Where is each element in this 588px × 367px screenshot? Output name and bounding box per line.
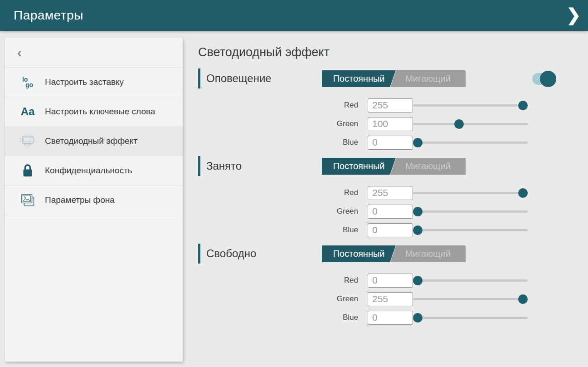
blue-label: Blue	[198, 225, 358, 235]
mode-blinking-button[interactable]: Мигающий	[390, 158, 466, 175]
green-label: Green	[198, 119, 358, 128]
sidebar: ‹ lo go Настроить заставку Aa Настроить …	[5, 38, 183, 362]
mode-solid-button[interactable]: Постоянный	[322, 245, 396, 262]
rgb-row-red: Red	[198, 98, 561, 113]
led-screen-icon	[17, 134, 38, 148]
blue-slider[interactable]	[413, 313, 528, 323]
green-slider[interactable]	[413, 119, 528, 129]
chevron-right-icon[interactable]: ❯	[566, 4, 581, 26]
lock-icon	[17, 163, 38, 178]
section-label: Занято	[206, 160, 242, 172]
rgb-row-green: Green	[198, 292, 561, 306]
blue-value-input[interactable]	[368, 223, 413, 237]
section-busy: Занято Постоянный Мигающий Red Green Blu…	[198, 156, 561, 237]
blue-slider[interactable]	[413, 225, 528, 235]
green-slider[interactable]	[413, 206, 528, 216]
rgb-row-green: Green	[198, 117, 561, 131]
section-label: Свободно	[206, 247, 256, 260]
blue-value-input[interactable]	[368, 136, 413, 150]
mode-solid-button[interactable]: Постоянный	[322, 70, 396, 87]
red-slider[interactable]	[413, 188, 528, 198]
section-notification: Оповещение Постоянный Мигающий Red Green…	[198, 68, 561, 150]
mode-solid-button[interactable]: Постоянный	[322, 158, 396, 175]
section-label: Оповещение	[206, 72, 272, 85]
sidebar-item-label: Настроить ключевые слова	[45, 106, 155, 117]
green-label: Green	[198, 207, 358, 216]
green-slider[interactable]	[413, 294, 528, 304]
background-images-icon	[17, 193, 38, 208]
blue-label: Blue	[198, 138, 358, 147]
sidebar-item-label: Параметры фона	[45, 194, 115, 206]
red-label: Red	[198, 101, 358, 110]
chevron-left-icon: ‹	[17, 45, 22, 60]
mode-toggle: Постоянный Мигающий	[322, 70, 466, 87]
app-header: Параметры ❯	[0, 0, 588, 31]
green-value-input[interactable]	[368, 117, 413, 131]
blue-value-input[interactable]	[368, 311, 413, 325]
section-accent-bar	[198, 69, 200, 88]
logo-icon: lo go	[17, 77, 38, 88]
main-content: Светодиодный эффект Оповещение Постоянны…	[198, 44, 561, 331]
red-label: Red	[198, 188, 358, 197]
rgb-row-green: Green	[198, 204, 561, 219]
red-label: Red	[198, 276, 358, 285]
red-slider[interactable]	[413, 275, 528, 285]
mode-blinking-button[interactable]: Мигающий	[390, 245, 466, 262]
sidebar-item-label: Светодиодный эффект	[45, 135, 137, 147]
rgb-row-blue: Blue	[198, 223, 561, 237]
section-accent-bar	[198, 244, 200, 264]
sidebar-item-label: Настроить заставку	[45, 76, 124, 88]
content-title: Светодиодный эффект	[198, 44, 561, 60]
green-label: Green	[198, 294, 358, 303]
blue-label: Blue	[198, 313, 358, 322]
mode-toggle: Постоянный Мигающий	[322, 158, 466, 175]
sidebar-item-label: Конфиденциальность	[45, 165, 132, 176]
green-value-input[interactable]	[368, 292, 413, 306]
switch-knob	[540, 71, 556, 87]
red-value-input[interactable]	[368, 98, 413, 113]
rgb-row-red: Red	[198, 273, 561, 288]
rgb-row-blue: Blue	[198, 310, 561, 325]
green-value-input[interactable]	[368, 205, 413, 219]
notification-toggle-switch[interactable]	[532, 73, 552, 85]
rgb-row-red: Red	[198, 186, 561, 200]
section-accent-bar	[198, 156, 200, 176]
page-title: Параметры	[14, 8, 83, 23]
red-value-input[interactable]	[368, 274, 413, 288]
sidebar-item-keywords[interactable]: Aa Настроить ключевые слова	[5, 97, 183, 127]
blue-slider[interactable]	[413, 137, 528, 147]
sidebar-item-background[interactable]: Параметры фона	[5, 186, 183, 215]
keywords-icon: Aa	[17, 105, 38, 118]
red-slider[interactable]	[413, 100, 528, 110]
sidebar-item-screensaver[interactable]: lo go Настроить заставку	[5, 68, 183, 97]
sidebar-back-button[interactable]: ‹	[5, 38, 183, 68]
red-value-input[interactable]	[368, 186, 413, 200]
sidebar-item-privacy[interactable]: Конфиденциальность	[5, 156, 183, 186]
mode-toggle: Постоянный Мигающий	[322, 245, 466, 262]
rgb-row-blue: Blue	[198, 135, 561, 150]
section-free: Свободно Постоянный Мигающий Red Green B…	[198, 243, 561, 325]
sidebar-item-led-effect[interactable]: Светодиодный эффект	[5, 127, 183, 156]
mode-blinking-button[interactable]: Мигающий	[390, 70, 466, 87]
